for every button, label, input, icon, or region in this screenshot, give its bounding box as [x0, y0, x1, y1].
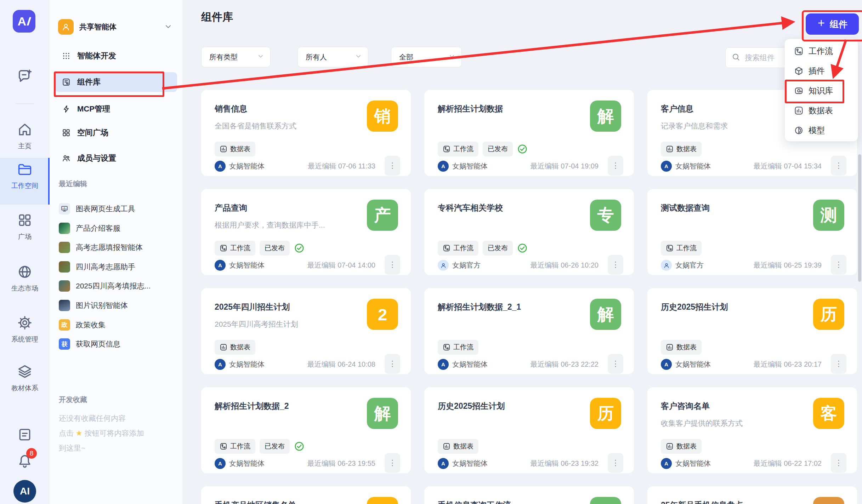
component-card[interactable]: 解析招生计划数据_2解工作流已发布A女娲智能体最近编辑 06-23 19:55⋮ — [201, 387, 411, 473]
recent-item[interactable]: 2025四川高考填报志... — [55, 276, 177, 296]
card-title: 产品查询 — [215, 202, 247, 213]
component-card[interactable]: 25年新品手机信息盘点2 — [647, 486, 857, 504]
published-tag: 已发布 — [260, 241, 290, 256]
card-description: 全国各省是销售联系方式 — [215, 121, 296, 131]
owner-avatar: A — [215, 161, 226, 172]
workspace-icon[interactable] — [58, 19, 74, 35]
card-title: 2025年四川招生计划 — [215, 302, 290, 313]
type-tag: 工作流 — [438, 340, 478, 355]
recent-item[interactable]: 四川高考志愿助手 — [55, 257, 177, 276]
card-letter-icon: 销 — [367, 101, 398, 132]
filter-select-全部[interactable]: 全部 — [391, 47, 462, 67]
rail-item-教材体系[interactable]: 教材体系 — [0, 364, 50, 393]
card-more-button[interactable]: ⋮ — [385, 255, 400, 275]
chevron-down-icon[interactable] — [164, 22, 173, 33]
edited-time: 最近编辑 06-23 19:55 — [307, 459, 375, 468]
component-card[interactable]: 解析招生计划数据_2_1解工作流A女娲智能体最近编辑 06-23 22:22⋮ — [424, 288, 634, 374]
home-icon — [17, 122, 33, 139]
card-more-button[interactable]: ⋮ — [385, 156, 400, 176]
owner-avatar — [438, 260, 449, 271]
recent-item-thumbnail: 获 — [59, 338, 70, 350]
dropdown-item-知识库[interactable]: 知识库 — [785, 81, 858, 101]
plus-icon — [817, 19, 826, 29]
workspace-name[interactable]: 共享智能体 — [79, 22, 117, 32]
app-logo[interactable]: AI — [13, 10, 35, 33]
sidebar-item-组件库[interactable]: 组件库 — [55, 72, 177, 92]
people-icon — [62, 154, 71, 163]
rail-item-生态市场[interactable]: 生态市场 — [0, 264, 50, 293]
card-more-button[interactable]: ⋮ — [608, 255, 623, 275]
sidebar-item-智能体开发[interactable]: 智能体开发 — [55, 46, 177, 66]
favorites-empty-line2: 点击 ★ 按钮可将内容添加 — [59, 428, 176, 438]
recent-item-label: 高考志愿填报智能体 — [76, 242, 143, 252]
rail-divider — [16, 103, 34, 104]
recent-item[interactable]: 图表网页生成工具 — [55, 199, 177, 218]
card-letter-icon: 解 — [590, 101, 621, 132]
user-avatar[interactable]: AI — [13, 480, 36, 503]
card-more-button[interactable]: ⋮ — [831, 156, 846, 176]
recent-item-thumbnail — [59, 242, 70, 253]
card-title: 专科汽车相关学校 — [438, 202, 503, 213]
recent-item-label: 四川高考志愿助手 — [76, 262, 135, 272]
card-more-button[interactable]: ⋮ — [385, 354, 400, 374]
new-chat-icon[interactable] — [0, 68, 50, 84]
chevron-down-icon — [355, 52, 362, 62]
owner-name: 女娲智能体 — [675, 360, 711, 369]
owner-name: 女娲智能体 — [452, 161, 488, 171]
dbtable-icon — [220, 343, 227, 351]
card-more-button[interactable]: ⋮ — [608, 354, 623, 374]
plugin-icon — [794, 66, 804, 76]
recent-item[interactable]: 图片识别智能体 — [55, 296, 177, 315]
add-component-button[interactable]: 组件 — [806, 13, 859, 35]
sidebar: 共享智能体 智能体开发组件库MCP管理空间广场成员与设置 最近编辑 图表网页生成… — [50, 0, 182, 504]
component-card[interactable]: 产品查询根据用户要求，查询数据库中手...产工作流已发布A女娲智能体最近编辑 0… — [201, 189, 411, 275]
recent-item-label: 获取网页信息 — [76, 339, 120, 349]
dbtable-icon — [220, 145, 227, 153]
card-more-button[interactable]: ⋮ — [831, 453, 846, 473]
rail-item-工作空间[interactable]: 工作空间 — [0, 161, 50, 190]
recent-item[interactable]: 产品介绍客服 — [55, 219, 177, 238]
owner-avatar: A — [215, 458, 226, 469]
knowledge-icon — [794, 86, 804, 96]
card-more-button[interactable]: ⋮ — [385, 453, 400, 473]
dropdown-item-数据表[interactable]: 数据表 — [785, 101, 858, 120]
scrollbar-thumb[interactable] — [858, 154, 861, 282]
component-card[interactable]: 2025年四川招生计划2025年四川高考招生计划2数据表A女娲智能体最近编辑 0… — [201, 288, 411, 374]
component-card[interactable]: 手机产品地区销售名单手 — [201, 486, 411, 504]
component-card[interactable]: 手机信息查询工作流手 — [424, 486, 634, 504]
feedback-doc-icon[interactable] — [0, 427, 50, 442]
rail-item-系统管理[interactable]: 系统管理 — [0, 315, 50, 344]
recent-item[interactable]: 政政策收集 — [55, 315, 177, 334]
filter-select-所有人[interactable]: 所有人 — [297, 47, 368, 67]
component-card[interactable]: 专科汽车相关学校专工作流已发布女娲官方最近编辑 06-26 10:20⋮ — [424, 189, 634, 275]
rail-item-主页[interactable]: 主页 — [0, 122, 50, 151]
component-card[interactable]: 测试数据查询测工作流女娲官方最近编辑 06-25 19:39⋮ — [647, 189, 857, 275]
notification-badge: 8 — [26, 448, 37, 459]
component-card[interactable]: 销售信息全国各省是销售联系方式销数据表A女娲智能体最近编辑 07-06 11:3… — [201, 90, 411, 176]
sidebar-item-空间广场[interactable]: 空间广场 — [55, 123, 177, 143]
owner-name: 女娲智能体 — [229, 360, 265, 369]
component-card[interactable]: 历史2025招生计划历数据表A女娲智能体最近编辑 06-23 19:32⋮ — [424, 387, 634, 473]
type-tag: 数据表 — [215, 340, 255, 355]
card-more-button[interactable]: ⋮ — [831, 354, 846, 374]
recent-item[interactable]: 获获取网页信息 — [55, 334, 177, 354]
component-card[interactable]: 历史2025招生计划历数据表A女娲智能体最近编辑 06-23 20:17⋮ — [647, 288, 857, 374]
rail-item-广场[interactable]: 广场 — [0, 212, 50, 241]
recent-item[interactable]: 高考志愿填报智能体 — [55, 238, 177, 257]
dropdown-item-插件[interactable]: 插件 — [785, 61, 858, 81]
sidebar-item-成员与设置[interactable]: 成员与设置 — [55, 148, 177, 168]
edited-time: 最近编辑 07-04 15:34 — [754, 161, 822, 171]
notifications-bell-icon[interactable] — [0, 453, 50, 469]
component-card[interactable]: 解析招生计划数据解工作流已发布A女娲智能体最近编辑 07-04 19:09⋮ — [424, 90, 634, 176]
dropdown-item-工作流[interactable]: 工作流 — [785, 41, 858, 61]
dropdown-item-模型[interactable]: 模型 — [785, 120, 858, 140]
card-more-button[interactable]: ⋮ — [831, 255, 846, 275]
filter-select-所有类型[interactable]: 所有类型 — [201, 47, 271, 67]
component-card[interactable]: 客户咨询名单收集客户提供的联系方式客数据表A女娲智能体最近编辑 06-22 17… — [647, 387, 857, 473]
card-more-button[interactable]: ⋮ — [608, 453, 623, 473]
sidebar-item-MCP管理[interactable]: MCP管理 — [55, 99, 177, 119]
card-more-button[interactable]: ⋮ — [608, 156, 623, 176]
dbtable-icon — [443, 442, 450, 450]
card-letter-icon: 历 — [590, 398, 621, 429]
owner-name: 女娲智能体 — [229, 459, 265, 468]
